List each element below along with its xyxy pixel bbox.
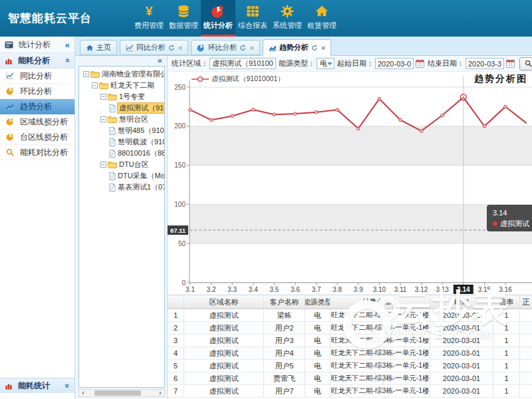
tree-node-label: 慧明载波（91010004） [118, 137, 164, 147]
tree-node[interactable]: 慧明载波（91010004） [81, 136, 164, 148]
scroll-right-arrow-icon[interactable] [160, 391, 164, 395]
end-date-input[interactable] [466, 58, 504, 69]
table-body: 1虚拟测试梁栋电旺龙天下二期-综3栋-一单元-1楼2020-03-0112虚拟测… [168, 309, 532, 398]
tree-collapse-button[interactable]: « [75, 56, 167, 66]
chart-point [315, 110, 318, 114]
calendar-icon[interactable] [506, 59, 515, 68]
table-header-cell[interactable] [168, 295, 184, 309]
tab-refresh-icon[interactable] [168, 45, 175, 51]
dropdown-arrow-icon [327, 63, 332, 68]
tree-expander-icon[interactable]: − [83, 71, 89, 77]
table-header-cell[interactable]: 时间 [430, 295, 493, 309]
table-cell: 6 [168, 372, 184, 384]
tree-expander-icon[interactable]: − [100, 94, 106, 100]
app-window: 智慧能耗云平台 ¥ 费用管理 数据管理 统计分析 综合报表 系统管理 租赁管理 [0, 0, 532, 399]
tree-node[interactable]: 慧明485（91010003） [81, 125, 164, 136]
table-row[interactable]: 2虚拟测试用户2电旺龙天下二期-综3栋-一单元-1楼2020-03-011 [168, 322, 532, 334]
table-header-cell[interactable]: 正 [520, 295, 532, 309]
table-header-cell[interactable]: 区域名称 [184, 295, 264, 309]
nav-item-data-management[interactable]: 数据管理 [166, 0, 201, 37]
tab-home[interactable]: 主页 [80, 40, 117, 55]
table-row[interactable]: 1虚拟测试梁栋电旺龙天下二期-综3栋-一单元-1楼2020-03-011 [168, 309, 532, 322]
tree-node[interactable]: 88010016（8801） [81, 148, 164, 159]
sidebar-item-tongbi-analysis[interactable]: 同比分析 [0, 68, 74, 84]
tree-expander-icon[interactable]: − [100, 116, 106, 122]
nav-item-lease-management[interactable]: 租赁管理 [305, 0, 339, 37]
nav-item-fee-management[interactable]: ¥ 费用管理 [132, 0, 166, 37]
table-header-cell[interactable]: 计量点地址 [331, 295, 430, 309]
table-row[interactable]: 5虚拟测试用户5电旺龙天下二期-综3栋-一单元-1楼2020-03-011 [168, 360, 532, 372]
table-row[interactable]: 3虚拟测试用户3电旺龙天下二期-综3栋-一单元-1楼2020-03-011 [168, 334, 532, 347]
end-date-label: 结束日期： [428, 59, 464, 68]
tree-node[interactable]: − 慧明台区 [81, 114, 164, 125]
grid-icon [245, 3, 260, 19]
chart-point [336, 108, 339, 112]
folder-icon [108, 93, 117, 100]
table-header-row: 区域名称客户名称能源类型计量点地址时间倍率正 [168, 295, 532, 309]
sidebar-item-station-line-loss[interactable]: 台区线损分析 [0, 130, 74, 145]
table-row[interactable]: 7虚拟测试用户7电旺龙天下二期-综3栋-一单元-1楼2020-03-011 [168, 385, 532, 398]
sidebar-item-huanbi-analysis[interactable]: 环比分析 [0, 84, 74, 99]
table-row[interactable]: 4虚拟测试用户4电旺龙天下二期-综3栋-一单元-1楼2020-03-011 [168, 347, 532, 360]
tab-trend-analysis[interactable]: 趋势分析 × [263, 39, 331, 56]
tree-node[interactable]: 虚拟测试（91010001） [81, 102, 164, 114]
tab-huanbi-analysis[interactable]: 环比分析 × [191, 40, 259, 55]
sidebar-item-region-line-loss[interactable]: 区域线损分析 [0, 114, 74, 130]
tree-expander-icon[interactable]: − [100, 162, 106, 168]
search-button[interactable]: 查询 [519, 57, 532, 70]
tab-close-icon[interactable]: × [178, 44, 182, 52]
chevron-up-icon[interactable]: » [63, 59, 72, 63]
tab-refresh-icon[interactable] [311, 45, 318, 51]
table-cell [520, 347, 532, 359]
sidebar-panel-title: 统计分析 [19, 39, 51, 51]
nav-item-system-management[interactable]: 系统管理 [270, 0, 305, 37]
tree-pane: « − 湖南物业管理有限公司 − 旺龙天下二期 − 1号专变 虚拟测试（9101… [75, 56, 168, 399]
tree-node[interactable]: DTU采集（Modbus_D [81, 170, 164, 182]
sidebar-section-label: 能耗分析 [18, 55, 50, 66]
energy-type-select[interactable]: 电 [317, 58, 334, 69]
calendar-icon[interactable] [416, 59, 424, 68]
tree-node[interactable]: − 湖南物业管理有限公司 [81, 68, 164, 80]
sidebar-item-energy-compare[interactable]: 能耗对比分析 [0, 145, 74, 160]
chevron-down-icon[interactable]: » [63, 384, 72, 388]
bar-chart-red-icon [5, 57, 13, 65]
tab-label: 同比分析 [136, 43, 166, 53]
tree-node[interactable]: − 1号专变 [81, 91, 164, 102]
scroll-left-arrow-icon[interactable] [80, 391, 84, 395]
sidebar-section-energy-statistics[interactable]: 能耗统计 » [0, 378, 74, 393]
chart-point [441, 114, 444, 117]
tab-close-icon[interactable]: × [249, 44, 253, 52]
nav-item-statistical-analysis[interactable]: 统计分析 [201, 0, 235, 37]
sidebar-items: 同比分析 环比分析 趋势分析 区域线损分析 台区线损分析 能耗对比分析 [0, 68, 74, 160]
table-cell [520, 372, 532, 384]
sidebar-section-energy-analysis[interactable]: 能耗分析 » [0, 53, 74, 68]
start-date-input[interactable] [375, 58, 414, 69]
tree-node[interactable]: − 旺龙天下二期 [81, 80, 164, 91]
tab-close-icon[interactable]: × [321, 44, 325, 52]
table-header-cell[interactable]: 客户名称 [264, 295, 305, 309]
trend-chart-svg[interactable]: 67.110501001502002503.13.23.33.43.53.63.… [168, 72, 532, 295]
nav-item-label: 租赁管理 [307, 21, 336, 31]
tab-tongbi-analysis[interactable]: 同比分析 × [120, 40, 188, 55]
table-header-cell[interactable]: 倍率 [493, 295, 520, 309]
chart-point [504, 105, 507, 108]
table-row[interactable]: 6虚拟测试贾雷飞电旺龙天下二期-综3栋-一单元-1楼2020-03-011 [168, 372, 532, 385]
sidebar-item-trend-analysis[interactable]: 趋势分析 [0, 99, 74, 114]
chart-point-highlight [460, 94, 466, 100]
tree-node[interactable]: 基表测试1（07） [81, 182, 164, 193]
tab-refresh-icon[interactable] [239, 45, 246, 51]
region-input[interactable] [209, 58, 276, 69]
sidebar-collapse-icon[interactable]: « [65, 40, 70, 50]
table-cell: 电 [305, 334, 331, 346]
tree-expander-icon[interactable]: − [92, 82, 98, 88]
tree-node[interactable]: − DTU台区 [81, 159, 164, 170]
table-cell: 电 [305, 385, 331, 397]
scrollbar-thumb[interactable] [94, 390, 141, 396]
svg-text:100: 100 [174, 201, 186, 208]
search-orange-icon [6, 148, 14, 156]
table-header-cell[interactable]: 能源类型 [305, 295, 331, 309]
tooltip-x-value: 3.14 [493, 207, 532, 218]
tree-horizontal-scrollbar[interactable] [78, 389, 165, 397]
nav-item-comprehensive-report[interactable]: 综合报表 [235, 0, 270, 37]
table-cell: 1 [493, 347, 520, 359]
